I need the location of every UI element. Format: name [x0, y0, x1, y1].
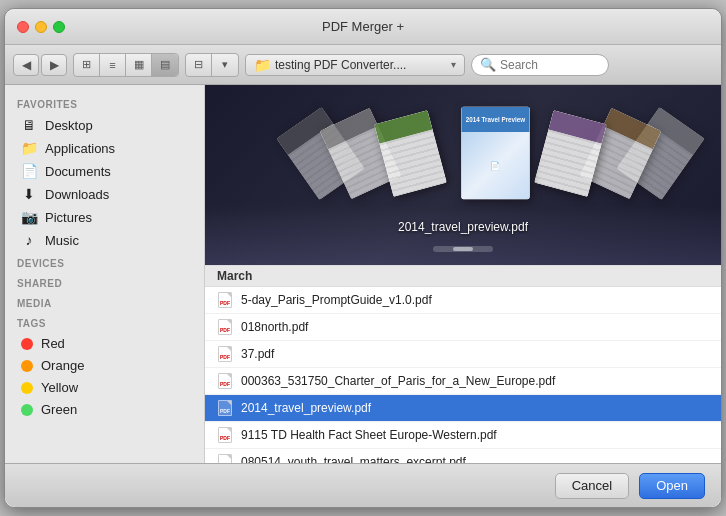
title-bar: PDF Merger + [5, 9, 721, 45]
file-group-label: March [205, 265, 721, 287]
sidebar-item-label: Yellow [41, 380, 78, 395]
file-icon: PDF [217, 399, 233, 417]
file-row[interactable]: PDF 000363_531750_Charter_of_Paris_for_a… [205, 368, 721, 395]
coverflow-scrollbar[interactable] [433, 246, 493, 252]
sidebar-item-music[interactable]: ♪ Music [9, 229, 200, 251]
sidebar-item-orange[interactable]: Orange [9, 355, 200, 376]
sidebar-item-label: Applications [45, 141, 115, 156]
file-name: 9115 TD Health Fact Sheet Europe-Western… [241, 428, 497, 442]
file-row[interactable]: PDF 9115 TD Health Fact Sheet Europe-Wes… [205, 422, 721, 449]
nav-buttons: ◀ ▶ [13, 54, 67, 76]
file-row[interactable]: PDF 37.pdf [205, 341, 721, 368]
sidebar-section-devices: DEVICES [5, 252, 204, 272]
file-name: 000363_531750_Charter_of_Paris_for_a_New… [241, 374, 555, 388]
forward-button[interactable]: ▶ [41, 54, 67, 76]
pdf-icon: PDF [218, 319, 232, 335]
sidebar-section-tags: TAGS Red Orange Yellow Green [5, 312, 204, 420]
file-row-selected[interactable]: PDF 2014_travel_preview.pdf [205, 395, 721, 422]
search-icon: 🔍 [480, 57, 496, 72]
sidebar-item-pictures[interactable]: 📷 Pictures [9, 206, 200, 228]
bottom-bar: Cancel Open [5, 463, 721, 507]
sidebar-item-label: Downloads [45, 187, 109, 202]
content-area: FAVORITES 🖥 Desktop 📁 Applications 📄 Doc… [5, 85, 721, 463]
close-button[interactable] [17, 21, 29, 33]
main-panel: 2014 Travel Preview 📄 [205, 85, 721, 463]
file-row[interactable]: PDF 5-day_Paris_PromptGuide_v1.0.pdf [205, 287, 721, 314]
sort-toggle: ⊟ ▾ [185, 53, 239, 77]
sidebar-item-label: Music [45, 233, 79, 248]
path-label: testing PDF Converter.... [275, 58, 447, 72]
pdf-icon: PDF [218, 373, 232, 389]
sidebar: FAVORITES 🖥 Desktop 📁 Applications 📄 Doc… [5, 85, 205, 463]
view-column-btn[interactable]: ▦ [126, 54, 152, 76]
sidebar-item-green[interactable]: Green [9, 399, 200, 420]
file-row[interactable]: PDF 080514_youth_travel_matters_excerpt.… [205, 449, 721, 463]
toolbar: ◀ ▶ ⊞ ≡ ▦ ▤ ⊟ ▾ 📁 testing PDF Converter.… [5, 45, 721, 85]
minimize-button[interactable] [35, 21, 47, 33]
desktop-icon: 🖥 [21, 117, 37, 133]
view-list-btn[interactable]: ≡ [100, 54, 126, 76]
sidebar-item-downloads[interactable]: ⬇ Downloads [9, 183, 200, 205]
documents-icon: 📄 [21, 163, 37, 179]
maximize-button[interactable] [53, 21, 65, 33]
sidebar-section-favorites: FAVORITES 🖥 Desktop 📁 Applications 📄 Doc… [5, 93, 204, 251]
window: PDF Merger + ◀ ▶ ⊞ ≡ ▦ ▤ ⊟ ▾ 📁 testing P… [4, 8, 722, 508]
file-icon: PDF [217, 318, 233, 336]
file-name: 080514_youth_travel_matters_excerpt.pdf [241, 455, 466, 463]
file-list: March PDF 5-day_Paris_PromptGuide_v1.0.p… [205, 265, 721, 463]
section-label-devices: DEVICES [5, 252, 204, 272]
preview-content: 2014 Travel Preview 📄 [398, 98, 528, 252]
window-controls [17, 21, 65, 33]
sidebar-section-shared: SHARED [5, 272, 204, 292]
orange-tag-dot [21, 360, 33, 372]
path-button[interactable]: 📁 testing PDF Converter.... ▾ [245, 54, 465, 76]
preview-area: 2014 Travel Preview 📄 [205, 85, 721, 265]
view-icon-btn[interactable]: ⊞ [74, 54, 100, 76]
sidebar-item-label: Orange [41, 358, 84, 373]
sidebar-item-desktop[interactable]: 🖥 Desktop [9, 114, 200, 136]
coverflow-scroll-handle [453, 247, 473, 251]
section-label-media: MEDIA [5, 292, 204, 312]
sidebar-section-media: MEDIA [5, 292, 204, 312]
sort-btn[interactable]: ⊟ [186, 54, 212, 76]
search-input[interactable] [500, 58, 600, 72]
applications-icon: 📁 [21, 140, 37, 156]
cancel-button[interactable]: Cancel [555, 473, 629, 499]
music-icon: ♪ [21, 232, 37, 248]
preview-filename: 2014_travel_preview.pdf [398, 220, 528, 234]
file-icon: PDF [217, 372, 233, 390]
sort-chevron[interactable]: ▾ [212, 54, 238, 76]
file-name: 018north.pdf [241, 320, 308, 334]
section-label-favorites: FAVORITES [5, 93, 204, 113]
file-icon: PDF [217, 453, 233, 463]
sidebar-item-applications[interactable]: 📁 Applications [9, 137, 200, 159]
section-label-tags: TAGS [5, 312, 204, 332]
file-icon: PDF [217, 426, 233, 444]
downloads-icon: ⬇ [21, 186, 37, 202]
pdf-icon: PDF [218, 292, 232, 308]
sidebar-item-label: Documents [45, 164, 111, 179]
pdf-icon: PDF [218, 346, 232, 362]
open-button[interactable]: Open [639, 473, 705, 499]
search-box: 🔍 [471, 54, 609, 76]
chevron-down-icon: ▾ [451, 59, 456, 70]
pdf-icon-selected: PDF [218, 400, 232, 416]
back-button[interactable]: ◀ [13, 54, 39, 76]
file-row[interactable]: PDF 018north.pdf [205, 314, 721, 341]
sidebar-item-label: Desktop [45, 118, 93, 133]
folder-icon: 📁 [254, 57, 271, 73]
sidebar-item-label: Red [41, 336, 65, 351]
file-icon: PDF [217, 291, 233, 309]
sidebar-item-label: Pictures [45, 210, 92, 225]
sidebar-item-documents[interactable]: 📄 Documents [9, 160, 200, 182]
section-label-shared: SHARED [5, 272, 204, 292]
sidebar-item-red[interactable]: Red [9, 333, 200, 354]
pictures-icon: 📷 [21, 209, 37, 225]
view-coverflow-btn[interactable]: ▤ [152, 54, 178, 76]
file-name: 2014_travel_preview.pdf [241, 401, 371, 415]
file-name: 37.pdf [241, 347, 274, 361]
sidebar-item-label: Green [41, 402, 77, 417]
carousel-card-center[interactable]: 2014 Travel Preview 📄 [461, 107, 529, 199]
sidebar-item-yellow[interactable]: Yellow [9, 377, 200, 398]
file-name: 5-day_Paris_PromptGuide_v1.0.pdf [241, 293, 432, 307]
